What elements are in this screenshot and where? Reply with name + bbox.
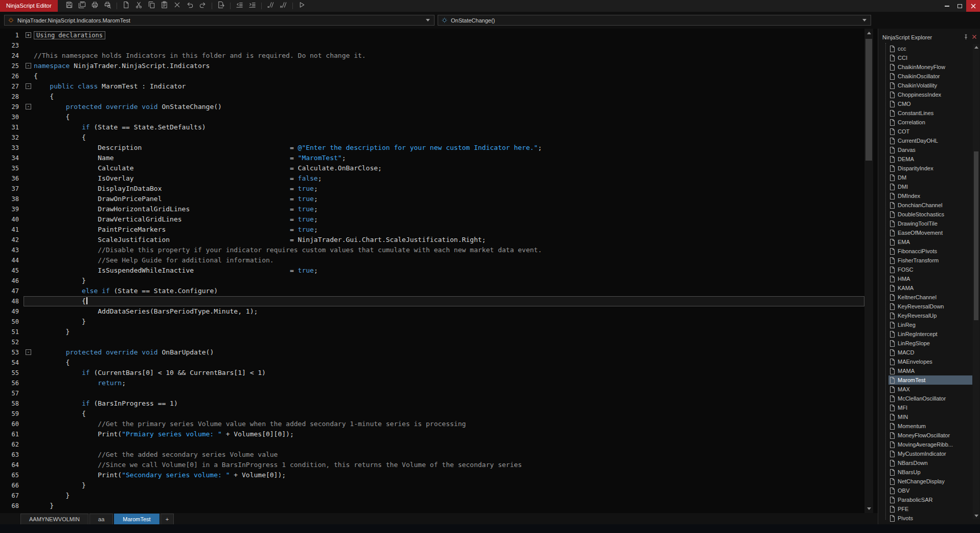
code-line[interactable]: 64 //Since we call Volume[0] in a BarsIn…	[0, 460, 864, 470]
explorer-item-drawingtooltile[interactable]: DrawingToolTile	[888, 219, 972, 228]
comment-button[interactable]	[265, 1, 276, 11]
code-line[interactable]: 62	[0, 439, 864, 450]
scroll-down-button[interactable]	[973, 513, 979, 519]
print-preview-button[interactable]	[102, 1, 113, 11]
tab-maromtest[interactable]: MaromTest	[114, 514, 159, 524]
explorer-item-pfe[interactable]: PFE	[888, 504, 972, 514]
code-line[interactable]: 54 {	[0, 358, 864, 368]
code-line[interactable]: 50 }	[0, 317, 864, 327]
explorer-item-cot[interactable]: COT	[888, 127, 972, 136]
maximize-button[interactable]	[953, 0, 966, 12]
explorer-item-moneyflowoscillator[interactable]: MoneyFlowOscillator	[888, 431, 972, 440]
collapse-region-icon[interactable]: -	[26, 83, 31, 89]
explorer-item-keyreversalup[interactable]: KeyReversalUp	[888, 311, 972, 320]
code-line[interactable]: 55 if (CurrentBars[0] < 10 && CurrentBar…	[0, 368, 864, 378]
code-line[interactable]: 41 PaintPriceMarkers = true;	[0, 225, 864, 235]
collapse-region-icon[interactable]: -	[26, 349, 31, 355]
outdent-button[interactable]	[234, 1, 245, 11]
explorer-item-chaikinmoneyflow[interactable]: ChaikinMoneyFlow	[888, 62, 972, 72]
indent-button[interactable]	[247, 1, 258, 11]
scrollbar-thumb[interactable]	[865, 39, 872, 161]
code-line[interactable]: 61 Print("Prmiary series volume: " + Vol…	[0, 429, 864, 439]
code-line[interactable]: 25-namespace NinjaTrader.NinjaScript.Ind…	[0, 61, 864, 71]
code-line[interactable]: 28 {	[0, 92, 864, 102]
redo-button[interactable]	[197, 1, 208, 11]
explorer-item-dm[interactable]: DM	[888, 173, 972, 182]
code-line[interactable]: 37 DisplayInDataBox = true;	[0, 184, 864, 194]
explorer-item-linregintercept[interactable]: LinRegIntercept	[888, 329, 972, 339]
tab-aamynewvolmin[interactable]: AAMYNEWVOLMIN	[20, 514, 88, 524]
collapsed-region-box[interactable]: Using declarations	[34, 31, 105, 39]
explorer-item-mama[interactable]: MAMA	[888, 366, 972, 375]
code-line[interactable]: 57	[0, 388, 864, 398]
code-line[interactable]: 39 DrawHorizontalGridLines = true;	[0, 204, 864, 214]
code-line[interactable]: 66 }	[0, 480, 864, 491]
tab-aa[interactable]: aa	[89, 514, 113, 524]
explorer-item-mfi[interactable]: MFI	[888, 403, 972, 412]
explorer-item-darvas[interactable]: Darvas	[888, 145, 972, 154]
paste-button[interactable]	[159, 1, 170, 11]
undo-button[interactable]	[185, 1, 195, 11]
explorer-item-linregslope[interactable]: LinRegSlope	[888, 339, 972, 348]
code-line[interactable]: 59 {	[0, 409, 864, 419]
expand-region-icon[interactable]: +	[26, 32, 31, 38]
code-line[interactable]: 65 Print("Secondary series volume: " + V…	[0, 470, 864, 480]
code-editor[interactable]: 1+Using declarations2324//This namespace…	[0, 29, 878, 513]
code-line[interactable]: 52	[0, 337, 864, 347]
code-line[interactable]: 24//This namespace holds Indicators in t…	[0, 51, 864, 61]
explorer-item-parabolicsar[interactable]: ParabolicSAR	[888, 495, 972, 504]
explorer-item-keyreversaldown[interactable]: KeyReversalDown	[888, 302, 972, 311]
editor-scrollbar[interactable]	[864, 29, 873, 513]
explorer-item-chaikinvolatility[interactable]: ChaikinVolatility	[888, 81, 972, 90]
explorer-item-fishertransform[interactable]: FisherTransform	[888, 256, 972, 265]
explorer-item-max[interactable]: MAX	[888, 385, 972, 394]
explorer-item-disparityindex[interactable]: DisparityIndex	[888, 164, 972, 173]
code-line[interactable]: 1+Using declarations	[0, 30, 864, 40]
compile-button[interactable]	[297, 1, 307, 11]
fold-toggle[interactable]: -	[24, 61, 34, 71]
scroll-up-button[interactable]	[864, 29, 873, 37]
explorer-item-nbarsup[interactable]: NBarsUp	[888, 468, 972, 477]
code-line[interactable]: 45 IsSuspendedWhileInactive = true;	[0, 265, 864, 276]
explorer-item-maromtest[interactable]: MaromTest	[888, 375, 972, 385]
code-line[interactable]: 30 {	[0, 112, 864, 122]
code-line[interactable]: 56 return;	[0, 378, 864, 388]
explorer-item-dema[interactable]: DEMA	[888, 154, 972, 164]
delete-button[interactable]	[172, 1, 183, 11]
explorer-item-momentum[interactable]: Momentum	[888, 421, 972, 431]
code-line[interactable]: 60 //Get the primary series Volume value…	[0, 419, 864, 429]
explorer-item-dmindex[interactable]: DMIndex	[888, 191, 972, 201]
collapse-region-icon[interactable]: -	[26, 63, 31, 69]
explorer-item-maenvelopes[interactable]: MAEnvelopes	[888, 357, 972, 366]
save-all-button[interactable]	[77, 1, 87, 11]
scroll-down-button[interactable]	[864, 504, 873, 513]
code-line[interactable]: 49 AddDataSeries(BarsPeriodType.Minute, …	[0, 306, 864, 317]
code-line[interactable]: 33 Description = @"Enter the description…	[0, 143, 864, 153]
explorer-item-choppinessindex[interactable]: ChoppinessIndex	[888, 90, 972, 99]
explorer-item-constantlines[interactable]: ConstantLines	[888, 108, 972, 118]
code-line[interactable]: 38 DrawOnPricePanel = true;	[0, 194, 864, 204]
explorer-item-mycustomindicator[interactable]: MyCustomIndicator	[888, 449, 972, 458]
explorer-item-pivots[interactable]: Pivots	[888, 514, 972, 523]
code-line[interactable]: 43 //Disable this property if your indic…	[0, 245, 864, 255]
new-tab-button[interactable]: +	[161, 514, 174, 524]
code-line[interactable]: 35 Calculate = Calculate.OnBarClose;	[0, 163, 864, 173]
code-line[interactable]: 42 ScaleJustification = NinjaTrader.Gui.…	[0, 235, 864, 245]
explorer-item-currentdayohl[interactable]: CurrentDayOHL	[888, 136, 972, 145]
code-line[interactable]: 48 {	[0, 296, 864, 306]
code-line[interactable]: 53- protected override void OnBarUpdate(…	[0, 347, 864, 358]
code-line[interactable]: 29- protected override void OnStateChang…	[0, 102, 864, 112]
explorer-item-keltnerchannel[interactable]: KeltnerChannel	[888, 293, 972, 302]
minimize-button[interactable]	[941, 0, 953, 12]
fold-toggle[interactable]: +	[24, 30, 34, 40]
code-line[interactable]: 31 if (State == State.SetDefaults)	[0, 122, 864, 132]
explorer-item-fibonaccipivots[interactable]: FibonacciPivots	[888, 247, 972, 256]
close-button[interactable]	[966, 0, 980, 12]
code-line[interactable]: 40 DrawVerticalGridLines = true;	[0, 214, 864, 225]
code-line[interactable]: 32 {	[0, 132, 864, 143]
print-button[interactable]	[89, 1, 100, 11]
explorer-item-kama[interactable]: KAMA	[888, 283, 972, 293]
new-document-button[interactable]	[121, 1, 131, 11]
explorer-item-hma[interactable]: HMA	[888, 274, 972, 283]
scroll-up-button[interactable]	[973, 44, 979, 51]
